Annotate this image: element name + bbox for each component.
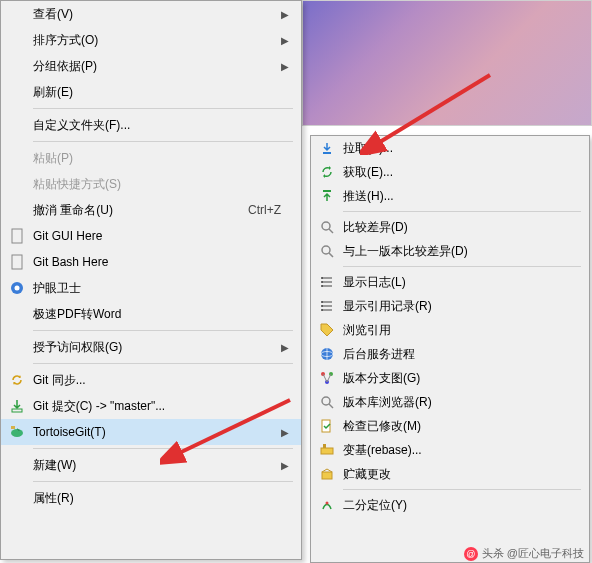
watermark: @ 头杀 @匠心电子科技	[464, 546, 584, 561]
menu-tortoisegit[interactable]: TortoiseGit(T) ▶	[1, 419, 301, 445]
submenu-fetch[interactable]: 获取(E)...	[311, 160, 589, 184]
svg-rect-8	[323, 190, 331, 192]
stash-icon	[315, 466, 339, 482]
menu-label: 后台服务进程	[339, 346, 581, 363]
menu-git-gui[interactable]: Git GUI Here	[1, 223, 301, 249]
submenu-push[interactable]: 推送(H)...	[311, 184, 589, 208]
submenu-log[interactable]: 显示日志(L)	[311, 270, 589, 294]
menu-paste-shortcut: 粘贴快捷方式(S)	[1, 171, 301, 197]
menu-pdf2word[interactable]: 极速PDF转Word	[1, 301, 301, 327]
menu-label: 拉取(P)...	[339, 140, 581, 157]
commit-icon	[5, 398, 29, 414]
file-icon	[5, 228, 29, 244]
submenu-repo-browser[interactable]: 版本库浏览器(R)	[311, 390, 589, 414]
menu-label: 推送(H)...	[339, 188, 581, 205]
menu-separator	[33, 108, 293, 109]
menu-git-sync[interactable]: Git 同步...	[1, 367, 301, 393]
menu-label: 排序方式(O)	[29, 32, 281, 49]
menu-label: 极速PDF转Word	[29, 306, 293, 323]
svg-point-24	[321, 309, 323, 311]
menu-label: 粘贴(P)	[29, 150, 293, 167]
diff-icon	[315, 243, 339, 259]
file-icon	[5, 254, 29, 270]
search-icon	[315, 394, 339, 410]
svg-point-11	[322, 246, 330, 254]
menu-label: 获取(E)...	[339, 164, 581, 181]
watermark-icon: @	[464, 547, 478, 561]
submenu-pull[interactable]: 拉取(P)...	[311, 136, 589, 160]
submenu-check-mods[interactable]: 检查已修改(M)	[311, 414, 589, 438]
menu-undo-rename[interactable]: 撤消 重命名(U) Ctrl+Z	[1, 197, 301, 223]
submenu-bisect[interactable]: 二分定位(Y)	[311, 493, 589, 517]
menu-label: 粘贴快捷方式(S)	[29, 176, 293, 193]
menu-label: 分组依据(P)	[29, 58, 281, 75]
menu-refresh[interactable]: 刷新(E)	[1, 79, 301, 105]
menu-label: 显示引用记录(R)	[339, 298, 581, 315]
menu-label: 浏览引用	[339, 322, 581, 339]
submenu-diff[interactable]: 比较差异(D)	[311, 215, 589, 239]
menu-group[interactable]: 分组依据(P) ▶	[1, 53, 301, 79]
svg-point-23	[321, 305, 323, 307]
svg-line-34	[329, 404, 333, 408]
doc-check-icon	[315, 418, 339, 434]
menu-grant-access[interactable]: 授予访问权限(G) ▶	[1, 334, 301, 360]
bisect-icon	[315, 497, 339, 513]
watermark-text: 头杀 @匠心电子科技	[482, 546, 584, 561]
svg-rect-7	[323, 152, 331, 154]
svg-rect-6	[11, 426, 15, 429]
rebase-icon	[315, 442, 339, 458]
menu-label: TortoiseGit(T)	[29, 425, 281, 439]
submenu-daemon[interactable]: 后台服务进程	[311, 342, 589, 366]
menu-new[interactable]: 新建(W) ▶	[1, 452, 301, 478]
menu-sort[interactable]: 排序方式(O) ▶	[1, 27, 301, 53]
menu-separator	[343, 266, 581, 267]
svg-rect-37	[323, 444, 326, 448]
menu-label: 版本分支图(G)	[339, 370, 581, 387]
globe-icon	[315, 346, 339, 362]
svg-line-10	[329, 229, 333, 233]
submenu-diff-prev[interactable]: 与上一版本比较差异(D)	[311, 239, 589, 263]
menu-label: 比较差异(D)	[339, 219, 581, 236]
menu-separator	[343, 211, 581, 212]
menu-label: Git 提交(C) -> "master"...	[29, 398, 293, 415]
menu-label: 二分定位(Y)	[339, 497, 581, 514]
menu-label: 贮藏更改	[339, 466, 581, 483]
eye-icon	[5, 280, 29, 296]
submenu-rebase[interactable]: 变基(rebase)...	[311, 438, 589, 462]
submenu-browse-ref[interactable]: 浏览引用	[311, 318, 589, 342]
pull-icon	[315, 140, 339, 156]
svg-rect-1	[12, 255, 22, 269]
log-icon	[315, 298, 339, 314]
fetch-icon	[315, 164, 339, 180]
tortoisegit-submenu: 拉取(P)... 获取(E)... 推送(H)... 比较差异(D) 与上一版本…	[310, 135, 590, 563]
svg-point-3	[15, 286, 20, 291]
menu-view[interactable]: 查看(V) ▶	[1, 1, 301, 27]
menu-label: 撤消 重命名(U)	[29, 202, 248, 219]
menu-label: Git Bash Here	[29, 255, 293, 269]
menu-label: 属性(R)	[29, 490, 293, 507]
svg-point-17	[321, 281, 323, 283]
submenu-arrow-icon: ▶	[281, 427, 293, 438]
menu-separator	[343, 489, 581, 490]
graph-icon	[315, 370, 339, 386]
svg-point-39	[326, 502, 329, 505]
menu-git-bash[interactable]: Git Bash Here	[1, 249, 301, 275]
menu-customize-folder[interactable]: 自定义文件夹(F)...	[1, 112, 301, 138]
menu-git-commit[interactable]: Git 提交(C) -> "master"...	[1, 393, 301, 419]
tortoise-icon	[5, 424, 29, 440]
svg-point-18	[321, 285, 323, 287]
svg-point-16	[321, 277, 323, 279]
menu-label: 查看(V)	[29, 6, 281, 23]
push-icon	[315, 188, 339, 204]
menu-label: 变基(rebase)...	[339, 442, 581, 459]
menu-properties[interactable]: 属性(R)	[1, 485, 301, 511]
menu-label: 版本库浏览器(R)	[339, 394, 581, 411]
submenu-reflog[interactable]: 显示引用记录(R)	[311, 294, 589, 318]
svg-rect-0	[12, 229, 22, 243]
submenu-branch-graph[interactable]: 版本分支图(G)	[311, 366, 589, 390]
menu-separator	[33, 141, 293, 142]
menu-eye-guard[interactable]: 护眼卫士	[1, 275, 301, 301]
menu-label: 与上一版本比较差异(D)	[339, 243, 581, 260]
submenu-stash[interactable]: 贮藏更改	[311, 462, 589, 486]
submenu-arrow-icon: ▶	[281, 9, 293, 20]
